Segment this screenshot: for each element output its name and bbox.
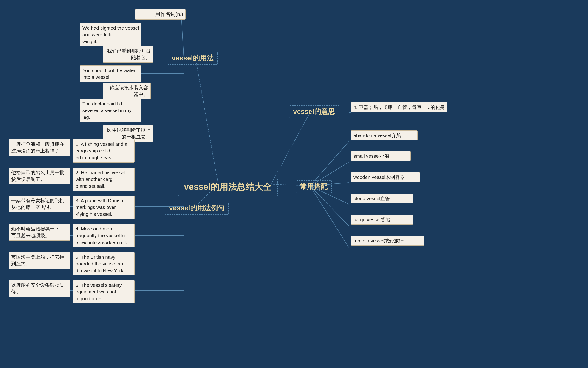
collocation-card-3: wooden vessel木制容器 — [351, 172, 420, 182]
example-en-5: 5. The British navy boarded the vessel a… — [73, 252, 135, 276]
example-en-6: 6. The vessel's safety equipment was not… — [73, 280, 135, 304]
svg-line-37 — [310, 141, 349, 186]
svg-line-0 — [195, 57, 218, 184]
example-zh-5: 英国海军登上船，把它拖到纽约。 — [9, 252, 70, 269]
example-zh-4: 船不时会猛烈摇晃一下，而且越来越频繁。 — [9, 224, 70, 241]
svg-line-42 — [310, 186, 349, 248]
example-en-1: 1. A fishing vessel and a cargo ship col… — [73, 139, 135, 163]
center-node: vessel的用法总结大全 — [178, 178, 278, 196]
example-zh-6: 这艘船的安全设备破损失修。 — [9, 280, 70, 297]
collocation-card-2: small vessel小船 — [351, 151, 411, 161]
collocation-card-4: blood vessel血管 — [351, 193, 413, 203]
usage-zh-2: 你应该把水装入容器中。 — [103, 83, 151, 99]
usage-header-card: 用作名词(n.) — [135, 9, 186, 19]
example-zh-2: 他给自己的船装上另一批货后便启航了。 — [9, 168, 70, 184]
example-zh-3: 一架带有丹麦标记的飞机从他的船上空飞过。 — [9, 196, 70, 212]
svg-line-4 — [181, 18, 184, 57]
usage-en-2: You should put the water into a vessel. — [80, 65, 141, 82]
example-en-2: 2. He loaded his vessel with another car… — [73, 168, 135, 191]
usage-section-label: vessel的用法 — [168, 52, 218, 65]
svg-line-2 — [271, 112, 310, 184]
usage-en-1: We had sighted the vessel and were follo… — [80, 23, 141, 46]
meaning-card: n. 容器；船，飞船；血管，管束；...的化身 — [351, 102, 448, 112]
usage-en-3: The doctor said I'd severed a vessel in … — [80, 99, 141, 122]
collocation-card-5: cargo vessel货船 — [351, 215, 413, 224]
meaning-section-label: vessel的意思 — [289, 105, 339, 118]
collocation-card-6: trip in a vessel乘船旅行 — [351, 236, 424, 246]
example-zh-1: 一艘捕鱼船和一艘货船在波涛汹涌的海上相撞了。 — [9, 139, 70, 156]
usage-zh-1: 我们已看到那船并跟随着它。 — [103, 46, 153, 63]
example-en-4: 4. More and more frequently the vessel l… — [73, 224, 135, 247]
collocations-section-label: 常用搭配 — [296, 180, 332, 193]
collocation-card-1: abandon a vessel弃船 — [351, 130, 418, 140]
examples-section-label: vessel的用法例句 — [165, 202, 229, 215]
example-en-3: 3. A plane with Danish markings was over… — [73, 196, 135, 219]
